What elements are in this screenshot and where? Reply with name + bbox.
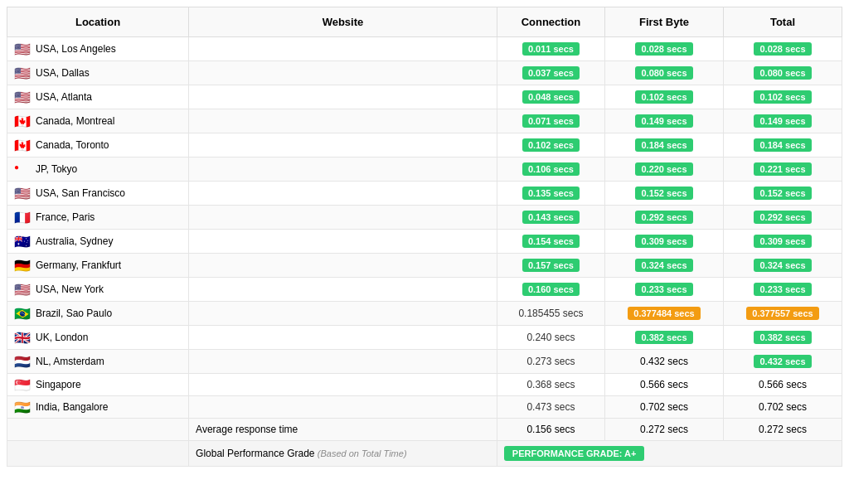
- header-location: Location: [7, 7, 189, 37]
- avg-connection: 0.156 secs: [497, 419, 604, 441]
- first-byte-cell: 0.080 secs: [605, 61, 724, 85]
- grade-note: (Based on Total Time): [318, 448, 407, 458]
- total-cell: 0.432 secs: [723, 350, 842, 374]
- table-row: 🇬🇧UK, London0.240 secs0.382 secs0.382 se…: [7, 326, 842, 350]
- location-cell: 🇺🇸USA, Dallas: [7, 61, 189, 85]
- table-row: ●JP, Tokyo0.106 secs0.220 secs0.221 secs: [7, 158, 842, 182]
- total-cell: 0.702 secs: [723, 396, 842, 419]
- location-cell: 🇩🇪Germany, Frankfurt: [7, 254, 189, 278]
- grade-flag-cell: [7, 441, 189, 467]
- location-cell: 🇮🇳India, Bangalore: [7, 396, 189, 419]
- table-row: 🇮🇳India, Bangalore0.473 secs0.702 secs0.…: [7, 396, 842, 419]
- flag-icon: 🇺🇸: [14, 67, 31, 79]
- first-byte-cell: 0.184 secs: [605, 133, 724, 158]
- website-cell: [189, 182, 497, 206]
- location-cell: 🇨🇦Canada, Toronto: [7, 133, 189, 158]
- table-row: 🇦🇺Australia, Sydney0.154 secs0.309 secs0…: [7, 230, 842, 254]
- location-name: France, Paris: [36, 211, 95, 223]
- flag-icon: ●: [14, 163, 31, 175]
- connection-cell: 0.273 secs: [497, 350, 604, 374]
- flag-icon: 🇸🇬: [14, 379, 31, 390]
- location-name: USA, Los Angeles: [36, 43, 116, 55]
- flag-icon: 🇩🇪: [14, 259, 31, 271]
- location-cell: 🇨🇦Canada, Montreal: [7, 109, 189, 133]
- first-byte-cell: 0.149 secs: [605, 109, 724, 133]
- first-byte-cell: 0.152 secs: [605, 182, 724, 206]
- location-name: Brazil, Sao Paulo: [36, 308, 112, 319]
- total-cell: 0.149 secs: [723, 109, 842, 133]
- website-cell: [189, 254, 497, 278]
- flag-icon: 🇺🇸: [14, 91, 31, 103]
- website-cell: [189, 374, 497, 396]
- table-row: 🇺🇸USA, San Francisco0.135 secs0.152 secs…: [7, 182, 842, 206]
- location-name: USA, New York: [36, 284, 104, 295]
- location-cell: 🇧🇷Brazil, Sao Paulo: [7, 302, 189, 326]
- website-cell: [189, 278, 497, 302]
- header-first-byte: First Byte: [605, 7, 724, 37]
- connection-cell: 0.071 secs: [497, 109, 604, 133]
- website-cell: [189, 85, 497, 109]
- total-cell: 0.382 secs: [723, 326, 842, 350]
- total-cell: 0.233 secs: [723, 278, 842, 302]
- avg-flag-cell: [7, 419, 189, 441]
- location-name: Canada, Toronto: [36, 139, 109, 151]
- first-byte-cell: 0.220 secs: [605, 158, 724, 182]
- flag-icon: 🇺🇸: [14, 187, 31, 199]
- total-cell: 0.309 secs: [723, 230, 842, 254]
- connection-cell: 0.185455 secs: [497, 302, 604, 326]
- connection-cell: 0.143 secs: [497, 206, 604, 230]
- connection-cell: 0.048 secs: [497, 85, 604, 109]
- table-row: 🇺🇸USA, New York0.160 secs0.233 secs0.233…: [7, 278, 842, 302]
- table-row: 🇫🇷France, Paris0.143 secs0.292 secs0.292…: [7, 206, 842, 230]
- connection-cell: 0.157 secs: [497, 254, 604, 278]
- location-cell: 🇫🇷France, Paris: [7, 206, 189, 230]
- connection-cell: 0.011 secs: [497, 37, 604, 61]
- location-cell: 🇬🇧UK, London: [7, 326, 189, 350]
- connection-cell: 0.160 secs: [497, 278, 604, 302]
- location-name: Germany, Frankfurt: [36, 259, 121, 271]
- total-cell: 0.324 secs: [723, 254, 842, 278]
- total-cell: 0.566 secs: [723, 374, 842, 396]
- performance-table: Location Website Connection First Byte T…: [7, 7, 842, 467]
- first-byte-cell: 0.702 secs: [605, 396, 724, 419]
- first-byte-cell: 0.566 secs: [605, 374, 724, 396]
- location-name: Singapore: [36, 379, 81, 390]
- location-name: Canada, Montreal: [36, 115, 114, 127]
- total-cell: 0.102 secs: [723, 85, 842, 109]
- total-cell: 0.292 secs: [723, 206, 842, 230]
- average-row: Average response time0.156 secs0.272 sec…: [7, 419, 842, 441]
- table-row: 🇺🇸USA, Dallas0.037 secs0.080 secs0.080 s…: [7, 61, 842, 85]
- connection-cell: 0.102 secs: [497, 133, 604, 158]
- avg-total: 0.272 secs: [723, 419, 842, 441]
- website-cell: [189, 350, 497, 374]
- table-row: 🇺🇸USA, Atlanta0.048 secs0.102 secs0.102 …: [7, 85, 842, 109]
- location-cell: ●JP, Tokyo: [7, 158, 189, 182]
- performance-grade-badge: PERFORMANCE GRADE: A+: [504, 446, 645, 461]
- table-row: 🇺🇸USA, Los Angeles0.011 secs0.028 secs0.…: [7, 37, 842, 61]
- location-name: USA, San Francisco: [36, 187, 125, 199]
- first-byte-cell: 0.377484 secs: [605, 302, 724, 326]
- location-name: JP, Tokyo: [36, 163, 77, 175]
- location-name: NL, Amsterdam: [36, 356, 104, 367]
- website-cell: [189, 133, 497, 158]
- location-cell: 🇦🇺Australia, Sydney: [7, 230, 189, 254]
- connection-cell: 0.240 secs: [497, 326, 604, 350]
- header-connection: Connection: [497, 7, 604, 37]
- flag-icon: 🇺🇸: [14, 43, 31, 55]
- flag-icon: 🇨🇦: [14, 115, 31, 127]
- total-cell: 0.152 secs: [723, 182, 842, 206]
- first-byte-cell: 0.309 secs: [605, 230, 724, 254]
- location-name: USA, Atlanta: [36, 91, 92, 103]
- avg-label: Average response time: [189, 419, 497, 441]
- connection-cell: 0.473 secs: [497, 396, 604, 419]
- website-cell: [189, 37, 497, 61]
- table-row: 🇧🇷Brazil, Sao Paulo0.185455 secs0.377484…: [7, 302, 842, 326]
- connection-cell: 0.368 secs: [497, 374, 604, 396]
- table-row: 🇸🇬Singapore0.368 secs0.566 secs0.566 sec…: [7, 374, 842, 396]
- total-cell: 0.028 secs: [723, 37, 842, 61]
- website-cell: [189, 326, 497, 350]
- avg-first-byte: 0.272 secs: [605, 419, 724, 441]
- location-name: India, Bangalore: [36, 401, 108, 413]
- website-cell: [189, 109, 497, 133]
- total-cell: 0.377557 secs: [723, 302, 842, 326]
